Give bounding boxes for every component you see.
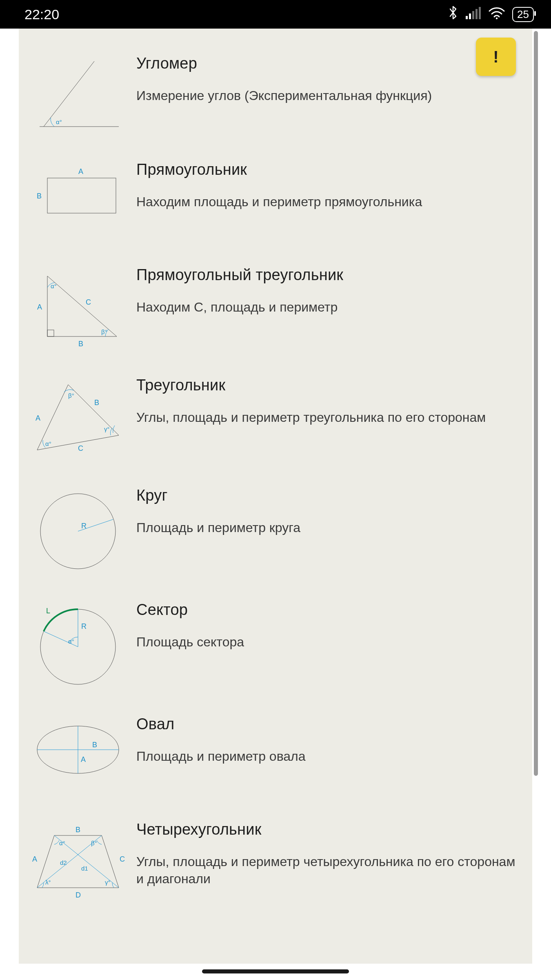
item-title: Прямоугольный треугольник [136, 266, 522, 284]
item-title: Сектор [136, 601, 522, 619]
list-item-protractor[interactable]: α° Угломер Измерение углов (Эксперимента… [22, 38, 529, 145]
status-right: 25 [448, 5, 534, 24]
quadrilateral-icon: α° β° λ° γ° A B C D d1 d2 [22, 815, 134, 904]
battery-icon: 25 [512, 7, 534, 22]
svg-text:β°: β° [91, 840, 97, 846]
item-desc: Находим C, площадь и периметр [136, 298, 522, 316]
triangle-icon: β° γ° α° A B C [22, 371, 134, 460]
svg-text:β°: β° [68, 392, 74, 399]
item-desc: Углы, площадь и периметр четырехугольник… [136, 853, 522, 887]
svg-text:γ°: γ° [104, 425, 110, 432]
svg-text:α°: α° [51, 283, 57, 290]
svg-text:C: C [78, 444, 83, 452]
svg-text:A: A [36, 414, 40, 422]
list-item-triangle[interactable]: β° γ° α° A B C Треугольник Углы, площадь… [22, 360, 529, 470]
svg-rect-3 [475, 9, 478, 19]
item-title: Круг [136, 487, 522, 504]
svg-rect-0 [466, 16, 468, 19]
ellipse-icon: B A [22, 710, 134, 782]
signal-icon [466, 7, 481, 22]
svg-text:α°: α° [45, 440, 51, 447]
circle-icon: R [22, 481, 134, 574]
item-desc: Площадь и периметр круга [136, 519, 522, 536]
svg-text:γ°: γ° [105, 879, 111, 886]
protractor-icon: α° [22, 49, 134, 134]
svg-text:L: L [46, 607, 50, 615]
content-area: ! α° Угломер Измерение углов (Эксперимен… [19, 29, 532, 964]
svg-text:A: A [78, 167, 83, 176]
list-item-rectangle[interactable]: A B Прямоугольник Находим площадь и пери… [22, 145, 529, 250]
svg-text:C: C [86, 298, 91, 306]
svg-text:R: R [81, 622, 87, 630]
item-desc: Углы, площадь и периметр треугольника по… [136, 409, 522, 426]
item-title: Угломер [136, 55, 522, 72]
svg-text:λ°: λ° [45, 879, 51, 886]
item-desc: Измерение углов (Экспериментальная функц… [136, 87, 522, 104]
svg-point-5 [496, 17, 498, 19]
svg-text:B: B [37, 192, 42, 200]
bluetooth-icon [448, 5, 458, 24]
battery-level: 25 [517, 8, 529, 21]
list-item-sector[interactable]: α° R L Сектор Площадь сектора [22, 585, 529, 699]
svg-rect-1 [469, 13, 471, 19]
list-item-right-triangle[interactable]: α° β° A B C Прямоугольный треугольник На… [22, 250, 529, 360]
svg-text:B: B [78, 340, 83, 348]
item-title: Прямоугольник [136, 161, 522, 178]
sector-icon: α° R L [22, 595, 134, 688]
item-title: Овал [136, 715, 522, 733]
svg-text:A: A [32, 855, 37, 863]
svg-marker-12 [47, 276, 117, 336]
list-item-quadrilateral[interactable]: α° β° λ° γ° A B C D d1 d2 Четырехугольни… [22, 804, 529, 915]
alert-badge[interactable]: ! [476, 38, 516, 76]
status-bar: 22:20 [0, 0, 551, 29]
svg-rect-2 [472, 11, 474, 19]
item-title: Четырехугольник [136, 821, 522, 838]
list-item-ellipse[interactable]: B A Овал Площадь и периметр овала [22, 699, 529, 804]
alert-badge-label: ! [493, 48, 498, 66]
svg-text:B: B [92, 741, 97, 749]
svg-text:R: R [81, 522, 87, 530]
svg-text:D: D [76, 891, 81, 899]
svg-text:α°: α° [56, 118, 62, 125]
svg-line-7 [44, 61, 94, 127]
item-title: Треугольник [136, 376, 522, 394]
item-desc: Площадь и периметр овала [136, 748, 522, 765]
list-item-circle[interactable]: R Круг Площадь и периметр круга [22, 470, 529, 585]
item-desc: Площадь сектора [136, 633, 522, 650]
svg-rect-13 [47, 330, 54, 336]
svg-text:A: A [37, 303, 42, 311]
phone-frame: 22:20 [0, 0, 551, 980]
svg-text:B: B [94, 399, 99, 407]
svg-text:α°: α° [68, 638, 74, 645]
svg-text:α°: α° [59, 840, 65, 846]
home-indicator[interactable] [202, 969, 349, 973]
svg-text:d1: d1 [81, 865, 88, 872]
shape-list: α° Угломер Измерение углов (Эксперимента… [19, 29, 532, 915]
svg-text:C: C [120, 855, 125, 863]
svg-rect-4 [479, 7, 481, 19]
svg-text:d2: d2 [60, 859, 67, 866]
right-triangle-icon: α° β° A B C [22, 261, 134, 350]
item-desc: Находим площадь и периметр прямоугольник… [136, 193, 522, 210]
svg-rect-9 [47, 178, 116, 213]
scrollbar-thumb[interactable] [534, 31, 538, 776]
svg-text:β°: β° [101, 328, 107, 335]
rectangle-icon: A B [22, 155, 134, 224]
svg-text:A: A [81, 755, 86, 764]
wifi-icon [489, 7, 505, 22]
svg-text:B: B [76, 826, 80, 834]
status-time: 22:20 [24, 7, 59, 22]
